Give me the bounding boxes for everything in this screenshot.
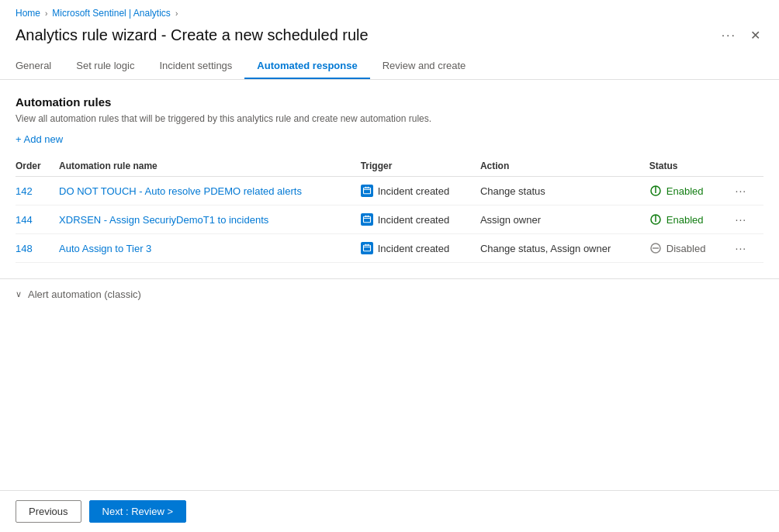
page-title: Analytics rule wizard - Create a new sch… (16, 26, 369, 44)
content-area: Automation rules View all automation rul… (0, 80, 779, 263)
accordion-chevron-icon: ∨ (16, 289, 22, 299)
rule-name-link[interactable]: DO NOT TOUCH - Auto resolve PDEMO relate… (59, 185, 302, 197)
cell-row-actions: ··· (725, 177, 763, 206)
trigger-icon (361, 185, 373, 197)
svg-rect-2 (367, 187, 369, 188)
col-header-order: Order (16, 156, 53, 177)
cell-status: Enabled (643, 206, 725, 234)
svg-rect-0 (363, 188, 370, 194)
cell-status: Enabled (643, 177, 725, 206)
col-header-name: Automation rule name (53, 156, 355, 177)
svg-rect-8 (365, 216, 366, 217)
row-more-button[interactable]: ··· (731, 212, 752, 227)
table-row: 142DO NOT TOUCH - Auto resolve PDEMO rel… (16, 177, 763, 206)
breadcrumb-sentinel[interactable]: Microsoft Sentinel | Analytics (52, 8, 171, 19)
breadcrumb-chevron-1: › (45, 9, 47, 18)
rule-name-link[interactable]: XDRSEN - Assign SecuriyDemoT1 to inciden… (59, 214, 268, 226)
order-link[interactable]: 144 (16, 214, 33, 226)
add-new-button[interactable]: + Add new (16, 133, 763, 145)
svg-rect-7 (363, 216, 370, 223)
cell-trigger: Incident created (355, 234, 474, 263)
cell-name: Auto Assign to Tier 3 (53, 234, 355, 263)
col-header-actions (725, 156, 763, 177)
table-row: 148Auto Assign to Tier 3 Incident create… (16, 234, 763, 263)
table-row: 144XDRSEN - Assign SecuriyDemoT1 to inci… (16, 206, 763, 234)
previous-button[interactable]: Previous (16, 500, 81, 523)
cell-order: 142 (16, 177, 53, 206)
cell-action: Change status (474, 177, 643, 206)
status-label: Disabled (666, 243, 706, 254)
cell-status: Disabled (643, 234, 725, 263)
automation-rules-table: Order Automation rule name Trigger Actio… (16, 156, 763, 263)
trigger-text: Incident created (378, 185, 450, 197)
trigger-text: Incident created (378, 243, 450, 254)
order-link[interactable]: 142 (16, 185, 33, 197)
col-header-status: Status (643, 156, 725, 177)
status-label: Enabled (666, 214, 704, 226)
footer: Previous Next : Review > (0, 490, 779, 532)
svg-rect-15 (365, 244, 366, 246)
trigger-icon (361, 213, 373, 226)
top-bar: Home › Microsoft Sentinel | Analytics › … (0, 0, 779, 80)
title-row: Analytics rule wizard - Create a new sch… (16, 25, 763, 46)
cell-order: 144 (16, 206, 53, 234)
tab-review-and-create[interactable]: Review and create (370, 54, 479, 79)
trigger-text: Incident created (378, 214, 450, 226)
trigger-icon (361, 242, 373, 254)
cell-action: Change status, Assign owner (474, 234, 643, 263)
next-button[interactable]: Next : Review > (89, 500, 186, 523)
alert-automation-accordion[interactable]: ∨ Alert automation (classic) (0, 278, 779, 309)
breadcrumb: Home › Microsoft Sentinel | Analytics › (16, 8, 763, 19)
more-options-button[interactable]: ··· (718, 26, 739, 46)
order-link[interactable]: 148 (16, 243, 33, 254)
svg-rect-16 (367, 244, 369, 246)
automation-rules-desc: View all automation rules that will be t… (16, 113, 763, 124)
breadcrumb-home[interactable]: Home (16, 8, 40, 19)
tab-incident-settings[interactable]: Incident settings (147, 54, 244, 79)
cell-row-actions: ··· (725, 234, 763, 263)
table-header-row: Order Automation rule name Trigger Actio… (16, 156, 763, 177)
cell-name: XDRSEN - Assign SecuriyDemoT1 to inciden… (53, 206, 355, 234)
automation-rules-title: Automation rules (16, 95, 763, 109)
enabled-status-icon (649, 185, 662, 197)
breadcrumb-chevron-2: › (175, 9, 178, 18)
svg-rect-1 (365, 187, 366, 188)
cell-trigger: Incident created (355, 177, 474, 206)
enabled-status-icon (649, 213, 662, 226)
cell-order: 148 (16, 234, 53, 263)
svg-rect-9 (367, 216, 369, 217)
tab-set-rule-logic[interactable]: Set rule logic (64, 54, 147, 79)
tabs-bar: General Set rule logic Incident settings… (16, 54, 763, 79)
col-header-action: Action (474, 156, 643, 177)
cell-name: DO NOT TOUCH - Auto resolve PDEMO relate… (53, 177, 355, 206)
row-more-button[interactable]: ··· (731, 183, 752, 199)
status-label: Enabled (666, 185, 704, 197)
row-more-button[interactable]: ··· (731, 240, 752, 256)
svg-rect-14 (363, 245, 370, 251)
accordion-label: Alert automation (classic) (28, 288, 141, 300)
title-actions: ··· ✕ (718, 25, 763, 46)
rule-name-link[interactable]: Auto Assign to Tier 3 (59, 243, 151, 254)
tab-general[interactable]: General (16, 54, 64, 79)
tab-automated-response[interactable]: Automated response (244, 54, 369, 79)
cell-trigger: Incident created (355, 206, 474, 234)
disabled-status-icon (649, 242, 662, 254)
close-button[interactable]: ✕ (747, 25, 763, 46)
col-header-trigger: Trigger (355, 156, 474, 177)
main-wrapper: Home › Microsoft Sentinel | Analytics › … (0, 0, 779, 532)
cell-row-actions: ··· (725, 206, 763, 234)
cell-action: Assign owner (474, 206, 643, 234)
